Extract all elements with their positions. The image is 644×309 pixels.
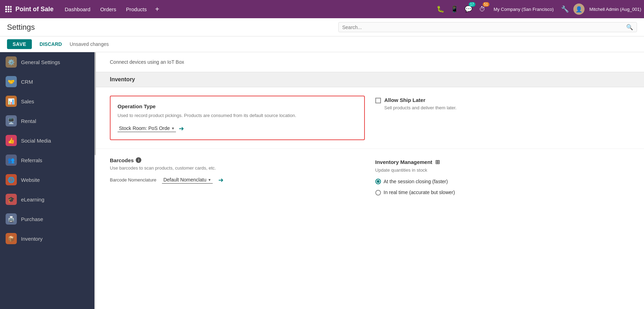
bug-icon[interactable]: 🐛 [435,4,446,15]
activity-badge: 51 [483,2,489,7]
operation-type-select-row: Stock Room: PoS Orde ▼ ➜ [118,125,357,132]
inventory-section-title: Inventory [110,76,135,82]
sales-icon: 📊 [6,96,17,107]
svg-rect-1 [8,6,9,8]
app-name: Point of Sale [15,6,54,13]
content-area: Connect devices using an IoT Box Invento… [96,52,644,309]
allow-ship-later-row: Allow Ship Later Sell products and deliv… [375,97,630,110]
sidebar-label-rental: Rental [21,118,36,124]
website-icon: 🌐 [6,174,17,185]
sidebar-item-rental[interactable]: 🖥️ Rental [0,111,94,131]
nomenclature-link-icon[interactable]: ➜ [218,176,224,184]
nav-dashboard[interactable]: Dashboard [61,4,94,14]
sidebar-item-inventory[interactable]: 📦 Inventory [0,229,94,248]
inventory-management-title-text: Inventory Management [375,159,432,165]
allow-ship-later-description: Sell products and deliver them later. [384,105,457,110]
main-layout: ⚙️ General Settings 🤝 CRM 📊 Sales 🖥️ Ren… [0,52,644,309]
save-button[interactable]: SAVE [7,39,32,49]
sidebar-label-social-media: Social Media [21,138,51,144]
chat-icon[interactable]: 💬 17 [463,4,474,15]
radio-session-closing[interactable] [375,179,381,184]
operation-type-title: Operation Type [118,103,357,109]
iot-text: Connect devices using an IoT Box [110,59,184,65]
barcodes-description: Use barcodes to scan products, customer … [110,165,365,171]
sidebar-label-sales: Sales [21,98,34,104]
company-name[interactable]: My Company (San Francisco) [494,7,554,12]
search-bar: 🔍 [338,22,637,32]
search-icon[interactable]: 🔍 [626,24,633,30]
dropdown-arrow-icon: ▼ [171,126,175,130]
allow-ship-later-checkbox[interactable] [375,98,381,103]
sidebar-label-crm: CRM [21,79,33,85]
sidebar-item-referrals[interactable]: 👥 Referrals [0,150,94,170]
search-input[interactable] [342,25,626,30]
chat-badge: 17 [469,2,475,7]
sidebar-item-crm[interactable]: 🤝 CRM [0,72,94,91]
barcodes-section: Barcodes i Use barcodes to scan products… [96,149,644,209]
barcode-nomenclature-value: Default Nomenclatu [163,177,206,183]
radio-session-closing-label: At the session closing (faster) [384,178,448,185]
settings-wrench-icon[interactable]: 🔧 [559,4,571,15]
nav-add-button[interactable]: + [152,5,162,13]
rental-icon: 🖥️ [6,115,17,126]
referrals-icon: 👥 [6,154,17,166]
general-settings-icon: ⚙️ [6,56,17,68]
barcodes-title: Barcodes i [110,157,365,163]
phone-icon[interactable]: 📱 [449,4,460,15]
svg-rect-0 [5,6,7,8]
sidebar-item-purchase[interactable]: 🖨️ Purchase [0,209,94,229]
toolbar: SAVE DISCARD Unsaved changes [0,36,644,52]
sidebar-scroll-indicator [94,52,96,309]
sidebar-label-purchase: Purchase [21,216,43,222]
user-name: Mitchell Admin (Aug_001) [589,7,641,12]
inventory-management-description: Update quantities in stock [375,167,630,173]
grid-menu-icon[interactable] [3,4,14,15]
sidebar-item-general-settings[interactable]: ⚙️ General Settings [0,52,94,72]
sidebar-label-general-settings: General Settings [21,59,60,65]
purchase-icon: 🖨️ [6,213,17,225]
barcode-nomenclature-label: Barcode Nomenclature [110,177,156,183]
discard-button[interactable]: DISCARD [35,39,66,49]
sidebar-label-website: Website [21,177,40,183]
svg-rect-6 [5,11,7,12]
barcodes-col: Barcodes i Use barcodes to scan products… [110,157,365,200]
nav-orders[interactable]: Orders [96,4,120,14]
svg-rect-8 [10,11,12,12]
barcode-nomenclature-dropdown[interactable]: Default Nomenclatu ▼ [162,176,213,184]
barcode-nomenclature-row: Barcode Nomenclature Default Nomenclatu … [110,176,365,184]
elearning-icon: 🎓 [6,194,17,205]
sidebar-item-elearning[interactable]: 🎓 eLearning [0,190,94,209]
crm-icon: 🤝 [6,76,17,87]
allow-ship-later-title: Allow Ship Later [384,97,457,103]
operation-type-box: Operation Type Used to record product pi… [110,96,365,140]
operation-type-value: Stock Room: PoS Orde [119,125,170,131]
sidebar-item-sales[interactable]: 📊 Sales [0,91,94,111]
social-media-icon: 👍 [6,135,17,146]
svg-rect-4 [8,8,9,10]
barcodes-info-icon[interactable]: i [136,157,141,163]
operation-type-link-icon[interactable]: ➜ [179,125,184,132]
iot-section: Connect devices using an IoT Box [96,52,644,72]
settings-header: Settings 🔍 [0,18,644,36]
svg-rect-2 [10,6,12,8]
unsaved-changes-label: Unsaved changes [70,41,109,47]
inventory-management-title: Inventory Management ⊞ [375,159,630,165]
radio-option-session-closing: At the session closing (faster) [375,178,630,185]
inventory-section-header: Inventory [96,72,644,87]
avatar: 👤 [573,4,585,15]
activity-icon[interactable]: ⏱ 51 [477,4,488,15]
svg-rect-5 [10,8,12,10]
sidebar-item-social-media[interactable]: 👍 Social Media [0,131,94,150]
radio-real-time-label: In real time (accurate but slower) [384,189,455,196]
inventory-icon: 📦 [6,233,17,244]
sidebar-item-website[interactable]: 🌐 Website [0,170,94,190]
operation-type-description: Used to record product pickings. Product… [118,112,357,119]
nomenclature-dropdown-arrow-icon: ▼ [208,178,211,182]
allow-ship-later-col: Allow Ship Later Sell products and deliv… [375,96,630,140]
radio-real-time[interactable] [375,190,381,195]
operation-type-dropdown[interactable]: Stock Room: PoS Orde ▼ [118,125,176,132]
nav-products[interactable]: Products [122,4,151,14]
sidebar-label-referrals: Referrals [21,157,42,163]
sidebar: ⚙️ General Settings 🤝 CRM 📊 Sales 🖥️ Ren… [0,52,94,309]
inventory-management-col: Inventory Management ⊞ Update quantities… [375,157,630,200]
